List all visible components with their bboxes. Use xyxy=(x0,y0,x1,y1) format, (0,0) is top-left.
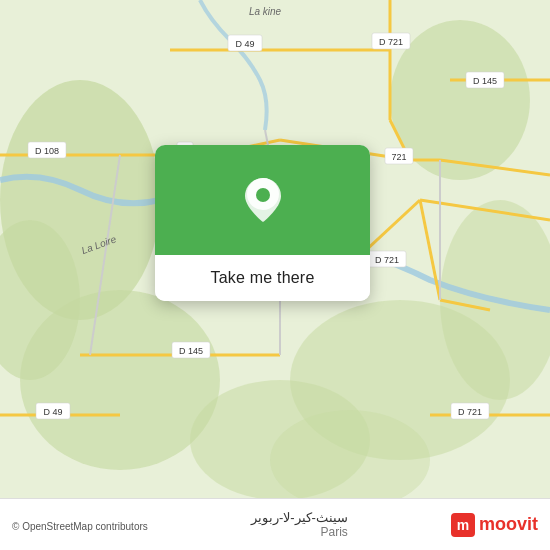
moovit-text: moovit xyxy=(479,514,538,535)
svg-text:D 145: D 145 xyxy=(179,346,203,356)
svg-point-7 xyxy=(270,410,430,510)
location-info: سينث-كير-لا-ربوير‏ Paris xyxy=(251,510,348,539)
svg-point-57 xyxy=(256,188,270,202)
map-container: D 49 D 721 D 145 D 108 D 721 D 145 D 721… xyxy=(0,0,550,550)
svg-text:D 108: D 108 xyxy=(35,146,59,156)
svg-text:La kine: La kine xyxy=(249,6,282,17)
svg-line-21 xyxy=(420,200,440,300)
svg-text:D 721: D 721 xyxy=(379,37,403,47)
location-pin-icon xyxy=(245,178,281,222)
svg-text:D 49: D 49 xyxy=(235,39,254,49)
location-card: Take me there xyxy=(155,145,370,301)
svg-text:D 721: D 721 xyxy=(458,407,482,417)
bottom-bar: © OpenStreetMap contributors سينث-كير-لا… xyxy=(0,498,550,550)
svg-text:D 49: D 49 xyxy=(43,407,62,417)
svg-text:721: 721 xyxy=(391,152,406,162)
svg-text:D 721: D 721 xyxy=(375,255,399,265)
map-attribution: © OpenStreetMap contributors xyxy=(12,521,148,532)
svg-text:m: m xyxy=(457,517,469,533)
card-map-area xyxy=(155,145,370,255)
city-name: Paris xyxy=(321,525,348,539)
location-name: سينث-كير-لا-ربوير‏ xyxy=(251,510,348,525)
moovit-m-icon: m xyxy=(451,513,475,537)
attribution-area: © OpenStreetMap contributors xyxy=(12,516,148,534)
take-me-there-button[interactable]: Take me there xyxy=(155,255,370,301)
moovit-logo: m moovit xyxy=(451,513,538,537)
svg-text:D 145: D 145 xyxy=(473,76,497,86)
